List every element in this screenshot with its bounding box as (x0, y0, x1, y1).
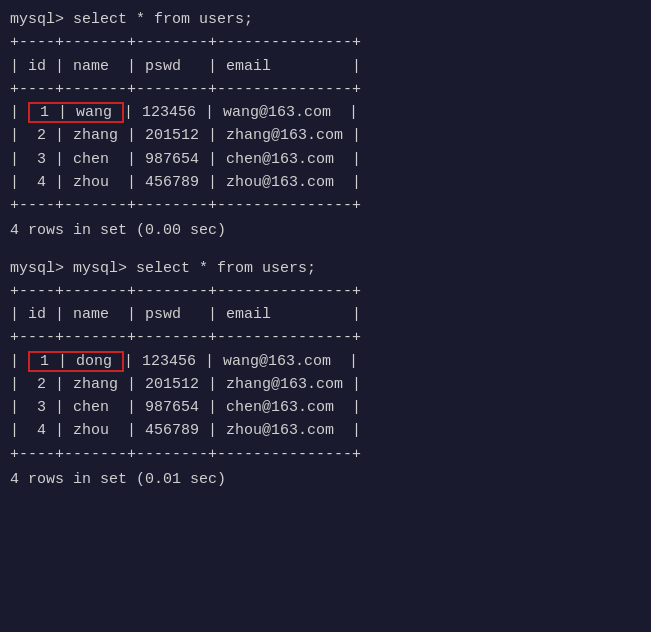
prompt-2: mysql> mysql> select * from users; (10, 257, 641, 280)
result-summary-2: 4 rows in set (0.01 sec) (10, 468, 641, 491)
table-row-1-2: | 2 | zhang | 201512 | zhang@163.com | (10, 124, 641, 147)
sep-mid-2: +----+-------+--------+---------------+ (10, 326, 641, 349)
terminal-window: mysql> select * from users; +----+------… (10, 8, 641, 491)
sep-top-1: +----+-------+--------+---------------+ (10, 31, 641, 54)
query-block-2: mysql> mysql> select * from users; +----… (10, 257, 641, 492)
table-row-2-4: | 4 | zhou | 456789 | zhou@163.com | (10, 419, 641, 442)
table-row-1-1: | 1 | wang | 123456 | wang@163.com | (10, 101, 641, 124)
sep-mid-1: +----+-------+--------+---------------+ (10, 78, 641, 101)
sep-bottom-1: +----+-------+--------+---------------+ (10, 194, 641, 217)
sep-bottom-2: +----+-------+--------+---------------+ (10, 443, 641, 466)
table-header-2: | id | name | pswd | email | (10, 303, 641, 326)
query-block-1: mysql> select * from users; +----+------… (10, 8, 641, 243)
prompt-1: mysql> select * from users; (10, 8, 641, 31)
table-row-2-1: | 1 | dong | 123456 | wang@163.com | (10, 350, 641, 373)
table-row-1-3: | 3 | chen | 987654 | chen@163.com | (10, 148, 641, 171)
sep-top-2: +----+-------+--------+---------------+ (10, 280, 641, 303)
highlight-box-2: 1 | dong (28, 351, 124, 372)
table-row-1-4: | 4 | zhou | 456789 | zhou@163.com | (10, 171, 641, 194)
table-header-1: | id | name | pswd | email | (10, 55, 641, 78)
table-row-2-2: | 2 | zhang | 201512 | zhang@163.com | (10, 373, 641, 396)
result-summary-1: 4 rows in set (0.00 sec) (10, 219, 641, 242)
highlight-box-1: 1 | wang (28, 102, 124, 123)
table-row-2-3: | 3 | chen | 987654 | chen@163.com | (10, 396, 641, 419)
